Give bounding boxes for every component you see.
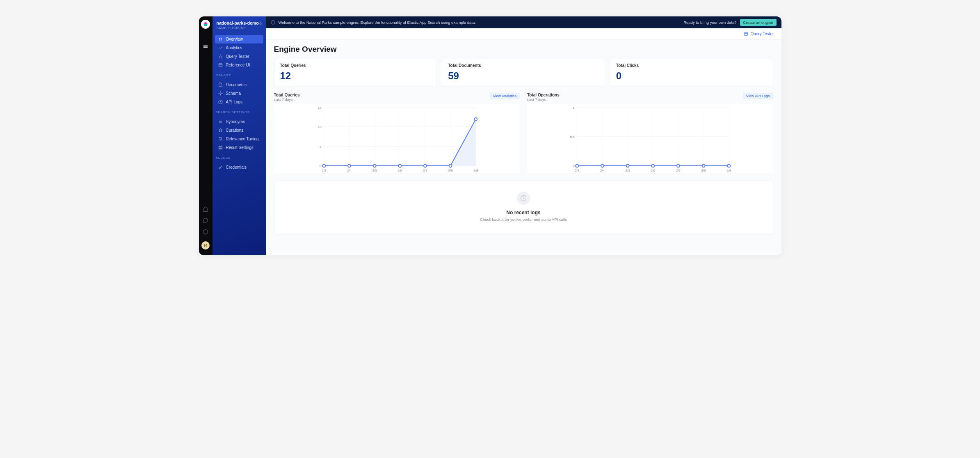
sidebar-item-relevance-tuning[interactable]: Relevance Tuning: [215, 135, 263, 143]
create-engine-button[interactable]: Create an engine: [740, 19, 777, 26]
svg-text:2/5: 2/5: [372, 169, 377, 172]
documents-icon: [218, 82, 223, 87]
metric-label: Total Documents: [448, 63, 599, 68]
sidebar-item-overview[interactable]: Overview: [215, 35, 263, 44]
svg-text:2/8: 2/8: [701, 169, 706, 172]
chart-queries-title: Total Queries: [274, 93, 300, 97]
metric-label: Total Queries: [280, 63, 431, 68]
svg-point-84: [601, 165, 604, 167]
chat-icon[interactable]: [203, 218, 208, 224]
engine-tag: SAMPLE ENGINE: [217, 26, 262, 30]
svg-text:0: 0: [320, 164, 322, 168]
elastic-logo-icon[interactable]: [201, 20, 210, 29]
curations-icon: [218, 128, 223, 133]
svg-text:2/9: 2/9: [726, 169, 731, 172]
svg-point-9: [219, 39, 220, 41]
sidebar-item-label: API Logs: [226, 100, 243, 104]
sidebar-label-access: ACCESS: [212, 153, 266, 160]
query-tester-button[interactable]: Query Tester: [744, 32, 774, 36]
sidebar-item-analytics[interactable]: Analytics: [215, 44, 263, 52]
view-api-logs-button[interactable]: View API Logs: [743, 93, 773, 99]
metric-value: 12: [280, 70, 431, 82]
key-icon: [218, 165, 223, 169]
sidebar-item-label: Documents: [226, 82, 247, 87]
svg-text:2/6: 2/6: [651, 169, 656, 172]
svg-rect-3: [259, 22, 260, 23]
svg-rect-4: [260, 22, 262, 23]
grid-icon[interactable]: [258, 21, 263, 26]
chart-queries-subtitle: Last 7 days: [274, 98, 300, 102]
sidebar-item-curations[interactable]: Curations: [215, 126, 263, 135]
svg-point-61: [449, 165, 452, 167]
metric-label: Total Clicks: [616, 63, 767, 68]
svg-point-85: [626, 165, 629, 167]
sidebar-item-label: Credentials: [226, 165, 247, 169]
svg-text:15: 15: [318, 106, 321, 110]
sidebar-item-synonyms[interactable]: Synonyms: [215, 117, 263, 126]
window-icon: [218, 63, 223, 67]
svg-rect-27: [219, 148, 222, 149]
svg-point-59: [398, 165, 401, 167]
sidebar-item-result-settings[interactable]: Result Settings: [215, 143, 263, 152]
operations-chart: 00.512/32/42/52/62/72/82/9: [527, 104, 773, 173]
recent-logs-panel: No recent logs Check back after you've p…: [274, 181, 773, 234]
analytics-icon: [218, 46, 223, 50]
svg-text:2/8: 2/8: [448, 169, 453, 172]
banner-message: Welcome to the National Parks sample eng…: [279, 20, 476, 25]
svg-point-28: [219, 167, 221, 169]
page-title: Engine Overview: [274, 45, 773, 54]
svg-point-87: [677, 165, 680, 167]
svg-text:2/4: 2/4: [600, 169, 605, 172]
flask-icon: [218, 54, 223, 59]
schema-icon: [218, 91, 223, 96]
svg-text:10: 10: [318, 125, 321, 129]
sidebar-item-schema[interactable]: Schema: [215, 89, 263, 98]
svg-text:0.5: 0.5: [570, 135, 575, 139]
svg-text:2/3: 2/3: [575, 169, 580, 172]
svg-point-83: [576, 165, 578, 167]
svg-rect-26: [219, 147, 222, 148]
view-analytics-button[interactable]: View Analytics: [490, 93, 520, 99]
banner-cta-text: Ready to bring your own data?: [683, 20, 736, 25]
sidebar-label-manage: MANAGE: [212, 71, 266, 78]
svg-point-88: [702, 165, 705, 167]
metric-value: 0: [616, 70, 767, 82]
svg-text:2/3: 2/3: [322, 169, 327, 172]
menu-icon[interactable]: [203, 44, 208, 50]
svg-point-10: [221, 39, 222, 41]
svg-point-86: [651, 165, 654, 167]
svg-point-62: [474, 118, 477, 121]
app-rail: R: [199, 16, 212, 255]
user-avatar[interactable]: R: [201, 241, 210, 250]
home-icon[interactable]: [203, 206, 208, 213]
svg-point-13: [220, 93, 221, 94]
package-icon[interactable]: [203, 229, 208, 236]
svg-text:0: 0: [573, 164, 575, 168]
svg-rect-32: [745, 32, 748, 35]
logs-empty-subtitle: Check back after you've performed some A…: [283, 217, 765, 222]
queries-chart: 0510152/32/42/52/62/72/82/9: [274, 104, 520, 173]
svg-rect-6: [260, 24, 262, 25]
metric-card-total-queries: Total Queries12: [274, 59, 437, 87]
engine-sidebar: national-parks-demo SAMPLE ENGINE Overvi…: [212, 16, 266, 255]
sidebar-item-api-logs[interactable]: API Logs: [215, 98, 263, 106]
sidebar-item-label: Synonyms: [226, 119, 245, 124]
svg-point-17: [222, 93, 222, 94]
svg-text:2/4: 2/4: [347, 169, 352, 172]
clock-icon: [517, 192, 530, 205]
engine-name: national-parks-demo: [217, 21, 262, 25]
chart-operations-subtitle: Last 7 days: [527, 98, 560, 102]
logs-empty-title: No recent logs: [283, 210, 765, 215]
sidebar-label-search: SEARCH SETTINGS: [212, 108, 266, 115]
svg-text:2/9: 2/9: [473, 169, 478, 172]
svg-point-22: [219, 137, 220, 138]
svg-point-23: [221, 139, 222, 140]
svg-rect-25: [219, 146, 222, 147]
sidebar-item-label: Overview: [226, 37, 243, 41]
sidebar-item-documents[interactable]: Documents: [215, 80, 263, 89]
sidebar-item-reference-ui[interactable]: Reference UI: [215, 61, 263, 69]
sidebar-item-credentials[interactable]: Credentials: [215, 163, 263, 172]
sidebar-item-query-tester[interactable]: Query Tester: [215, 52, 263, 61]
sidebar-item-label: Reference UI: [226, 63, 250, 67]
svg-point-89: [727, 165, 730, 167]
